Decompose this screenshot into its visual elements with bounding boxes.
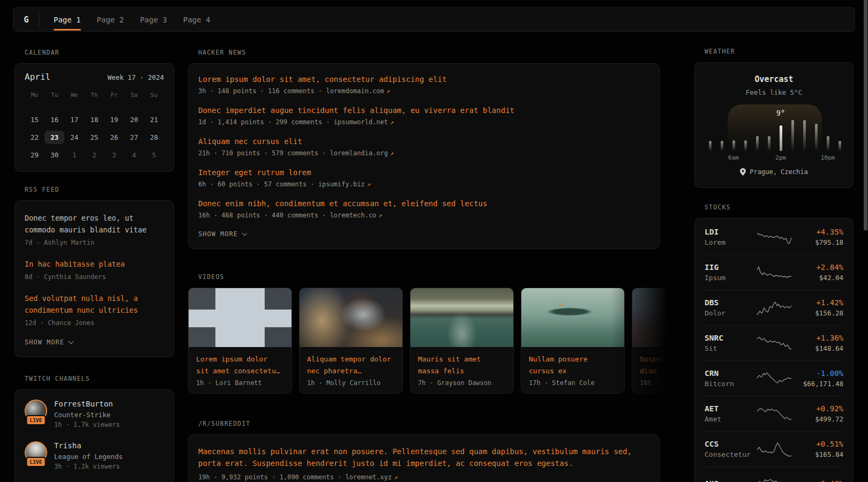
twitch-channel-info: ForrestBurtonCounter-Strike1h · 1.7k vie… — [54, 400, 120, 428]
calendar-day: 30 — [44, 146, 64, 164]
app-logo[interactable]: G — [13, 15, 39, 25]
stock-name: Ipsum — [705, 274, 756, 282]
calendar-weekday-row: MoTuWeThFrSaSu — [25, 92, 164, 102]
video-title[interactable]: Lorem ipsum dolorsit amet consectetu… — [196, 353, 284, 377]
tab-page-2[interactable]: Page 2 — [97, 7, 124, 32]
stock-symbol: DBS — [705, 298, 756, 307]
hackernews-item-title[interactable]: Donec imperdiet augue tincidunt felis al… — [198, 106, 649, 115]
stock-right: +0.46% — [792, 479, 844, 482]
calendar-day: 15 — [25, 111, 44, 129]
hackernews-item-title[interactable]: Lorem ipsum dolor sit amet, consectetur … — [198, 75, 649, 84]
video-meta: 1h · Molly Carrillo — [307, 379, 395, 387]
stock-row-crn[interactable]: CRNBitcorn-1.00%$66,171.48 — [705, 361, 843, 396]
weather-bar — [827, 136, 829, 151]
video-title-line: sit amet consectetu… — [196, 365, 284, 377]
video-card[interactable]: Lorem ipsum dolorsit amet consectetu…1h … — [188, 288, 292, 394]
video-thumbnail-fog-figure — [632, 288, 681, 347]
stocks-widget-label: STOCKS — [705, 204, 854, 211]
stock-right: -1.00%$66,171.48 — [792, 369, 844, 388]
video-title[interactable]: Aliquam tempor dolornec pharetra… — [307, 353, 395, 377]
stock-left: IIGIpsum — [705, 263, 756, 282]
weekday-label: Su — [144, 92, 164, 102]
twitch-channel-name[interactable]: ForrestBurton — [54, 400, 120, 408]
stock-change: +1.36% — [792, 334, 844, 342]
twitch-channel-name[interactable]: Trisha — [54, 441, 123, 450]
video-title-line: Nullam posuere — [529, 353, 617, 365]
video-card[interactable]: Nullam posuerecursus ex17h · Stefan Cole — [521, 288, 625, 394]
stock-change: +0.92% — [792, 404, 844, 413]
calendar-day: 27 — [124, 129, 144, 146]
stock-row-ldi[interactable]: LDILorem+4.35%$795.18 — [705, 220, 843, 255]
video-title[interactable]: Suspendissediam — [640, 353, 681, 377]
stock-left: AETAmet — [705, 404, 756, 423]
weather-bar — [744, 140, 747, 151]
stock-symbol: AET — [705, 404, 756, 413]
tab-page-3[interactable]: Page 3 — [140, 7, 167, 32]
video-card[interactable]: Mauris sit ametmassa felis7h · Grayson D… — [410, 288, 514, 394]
stock-right: +2.84%$42.04 — [792, 263, 844, 282]
stock-row-dbs[interactable]: DBSDolor+1.42%$156.28 — [705, 290, 843, 326]
weather-location-text: Prague, Czechia — [750, 168, 807, 176]
twitch-channel-row[interactable]: LIVEForrestBurtonCounter-Strike1h · 1.7k… — [25, 400, 164, 428]
video-card[interactable]: Suspendissediam18h · Tara — [632, 288, 681, 394]
hackernews-show-more-button[interactable]: SHOW MORE — [198, 230, 649, 238]
rss-item-title[interactable]: Sed volutpat nulla nisl, a condimentum n… — [25, 292, 164, 316]
stock-row-ccs[interactable]: CCSConsectetur+0.51%$165.84 — [705, 432, 843, 467]
hackernews-item-title[interactable]: Donec enim nibh, condimentum et accumsan… — [198, 199, 649, 208]
twitch-avatar-wrap: LIVE — [25, 400, 47, 422]
stock-sparkline — [756, 265, 792, 280]
video-title[interactable]: Nullam posuerecursus ex — [529, 353, 617, 377]
twitch-widget: LIVEForrestBurtonCounter-Strike1h · 1.7k… — [14, 389, 174, 482]
weather-widget-label: WEATHER — [705, 48, 854, 55]
hackernews-item-title[interactable]: Integer eget rutrum lorem — [198, 168, 649, 177]
hackernews-widget: Lorem ipsum dolor sit amet, consectetur … — [188, 63, 660, 249]
weekday-label: Mo — [25, 92, 44, 102]
hackernews-item-title[interactable]: Aliquam nec cursus elit — [198, 137, 649, 146]
weather-feels-like: Feels like 5°C — [695, 88, 853, 96]
stock-row-iig[interactable]: IIGIpsum+2.84%$42.04 — [705, 255, 843, 290]
stock-sparkline — [756, 336, 792, 351]
stock-row-aet[interactable]: AETAmet+0.92%$499.72 — [705, 396, 843, 432]
weather-location: Prague, Czechia — [695, 168, 853, 176]
calendar-days-grid: 1516171819202122232425262728293012345 — [25, 111, 164, 164]
hackernews-item-meta: 1d · 1,414 points · 299 comments · ipsum… — [198, 118, 649, 126]
stock-row-snrc[interactable]: SNRCSit+1.36%$148.64 — [705, 326, 843, 361]
stock-sparkline — [756, 477, 792, 482]
video-card-body: Mauris sit ametmassa felis7h · Grayson D… — [410, 347, 513, 393]
rss-item-title[interactable]: Donec tempor eros leo, ut commodo mauris… — [25, 212, 164, 236]
video-card-body: Suspendissediam18h · Tara — [632, 347, 681, 393]
scrollbar-thumb[interactable] — [864, 0, 867, 230]
stock-row-ahs[interactable]: AHS+0.46% — [705, 467, 843, 482]
weather-bar — [780, 125, 782, 151]
calendar-day: 18 — [84, 111, 104, 129]
weather-bar — [815, 124, 818, 151]
rss-show-more-button[interactable]: SHOW MORE — [25, 338, 164, 346]
twitch-avatar-wrap: LIVE — [25, 441, 47, 464]
calendar-day: 25 — [84, 129, 104, 146]
subreddit-post-meta: 19h · 9,932 points · 1,090 comments · lo… — [198, 473, 649, 481]
external-link-icon: ↗ — [390, 149, 394, 157]
stock-right: +1.42%$156.28 — [792, 298, 844, 317]
tab-page-4[interactable]: Page 4 — [183, 7, 211, 32]
stock-right: +0.51%$165.84 — [792, 440, 844, 458]
calendar-day: 20 — [124, 111, 144, 129]
video-title[interactable]: Mauris sit ametmassa felis — [418, 353, 506, 377]
weather-bar — [709, 141, 712, 151]
stock-name: Consectetur — [705, 450, 756, 458]
hackernews-item-meta-text: 16h · 468 points · 440 comments · loremt… — [198, 212, 376, 219]
subreddit-post-title[interactable]: Maecenas mollis pulvinar erat non posuer… — [198, 446, 649, 469]
rss-item-title[interactable]: In hac habitasse platea — [25, 258, 164, 270]
calendar-day: 3 — [104, 146, 124, 164]
calendar-widget-label: CALENDAR — [25, 49, 174, 56]
video-card[interactable]: Aliquam tempor dolornec pharetra…1h · Mo… — [299, 288, 403, 394]
weather-bar — [768, 136, 770, 151]
tab-label: Page 2 — [97, 16, 124, 24]
video-title-line: Lorem ipsum dolor — [196, 353, 284, 365]
hackernews-item-meta: 3h · 148 points · 116 comments · loremdo… — [198, 87, 649, 95]
video-title-line: massa felis — [418, 365, 506, 377]
tab-page-1[interactable]: Page 1 — [54, 7, 81, 32]
video-meta: 1h · Lori Barnett — [196, 379, 284, 387]
calendar-day: 4 — [124, 146, 144, 164]
twitch-channel-row[interactable]: LIVETrishaLeague of Legends3h · 1.2k vie… — [25, 441, 164, 470]
video-thumbnail-memorial-pillars — [189, 288, 291, 347]
